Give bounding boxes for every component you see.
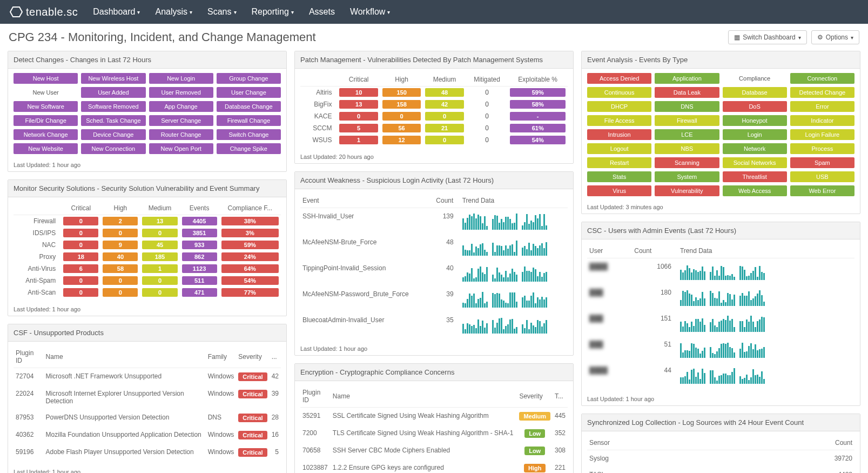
metric-cell[interactable]: 54% (221, 276, 279, 285)
change-pill[interactable]: User Removed (149, 87, 213, 98)
table-row[interactable]: 22024Microsoft Internet Explorer Unsuppo… (14, 385, 281, 409)
metric-cell[interactable]: 0 (63, 276, 98, 285)
event-type-pill[interactable]: Login (723, 129, 787, 140)
event-type-pill[interactable]: Scanning (655, 157, 719, 168)
event-type-pill[interactable]: Intrusion (587, 129, 651, 140)
metric-cell[interactable]: 24% (221, 252, 279, 261)
change-pill[interactable]: User Change (217, 87, 281, 98)
metric-cell[interactable]: 64% (221, 264, 279, 273)
metric-cell[interactable]: 0 (339, 112, 378, 121)
table-row[interactable]: 7200TLS Certificate Signed Using Weak Ha… (300, 425, 568, 442)
metric-cell[interactable]: 59% (510, 88, 566, 97)
event-type-pill[interactable]: Application (655, 73, 719, 84)
metric-cell[interactable]: 9 (103, 241, 138, 249)
event-type-pill[interactable]: Indicator (790, 115, 854, 126)
metric-cell[interactable]: 1123 (182, 264, 217, 273)
metric-cell[interactable]: 54% (510, 136, 566, 144)
metric-cell[interactable]: 1 (142, 264, 177, 273)
nav-item-workflow[interactable]: Workflow ▾ (350, 7, 391, 17)
metric-cell[interactable]: 0 (142, 229, 177, 237)
metric-cell[interactable]: 21 (425, 124, 463, 132)
change-pill[interactable]: Firewall Change (217, 115, 281, 126)
change-pill[interactable]: Database Change (217, 101, 281, 112)
metric-cell[interactable]: 0 (103, 229, 138, 237)
event-type-pill[interactable]: Access Denied (587, 73, 651, 84)
event-type-pill[interactable]: Detected Change (790, 87, 854, 98)
metric-cell[interactable]: 933 (182, 241, 217, 249)
nav-item-assets[interactable]: Assets (309, 7, 335, 17)
event-type-pill[interactable]: LCE (655, 129, 719, 140)
options-button[interactable]: ⚙ Options ▾ (811, 30, 859, 44)
switch-dashboard-button[interactable]: ▦ Switch Dashboard ▾ (728, 30, 806, 44)
table-row[interactable]: TASL4408 (587, 467, 854, 473)
metric-cell[interactable]: 12 (382, 136, 421, 144)
event-type-pill[interactable]: USB (790, 171, 854, 182)
metric-cell[interactable]: 0 (382, 112, 421, 121)
change-pill[interactable]: New Software (14, 101, 78, 112)
event-type-pill[interactable]: Virus (587, 185, 651, 196)
event-type-pill[interactable]: Connection (790, 73, 854, 84)
metric-cell[interactable]: 45 (142, 241, 177, 249)
metric-cell[interactable]: 10 (339, 88, 378, 97)
event-type-pill[interactable]: Web Error (790, 185, 854, 196)
table-row[interactable]: ████1066 (587, 258, 854, 285)
change-pill[interactable]: Change Spike (217, 143, 281, 154)
metric-cell[interactable]: 48 (425, 88, 463, 97)
change-pill[interactable]: New Login (149, 73, 213, 84)
metric-cell[interactable]: 58% (510, 100, 566, 109)
table-row[interactable]: ███180 (587, 284, 854, 310)
nav-item-dashboard[interactable]: Dashboard ▾ (93, 7, 140, 17)
metric-cell[interactable]: 0 (142, 288, 177, 297)
metric-cell[interactable]: 862 (182, 252, 217, 261)
event-type-pill[interactable]: NBS (655, 143, 719, 154)
table-row[interactable]: BluecoatAdmin-Invalid_User35 (300, 312, 568, 338)
metric-cell[interactable]: 0 (103, 288, 138, 297)
event-type-pill[interactable]: File Access (587, 115, 651, 126)
metric-cell[interactable]: 0 (63, 229, 98, 237)
change-pill[interactable]: User Added (81, 87, 145, 98)
event-type-pill[interactable]: Spam (790, 157, 854, 168)
metric-cell[interactable]: 40 (103, 252, 138, 261)
metric-cell[interactable]: 511 (182, 276, 217, 285)
event-type-pill[interactable]: Logout (587, 143, 651, 154)
table-row[interactable]: Syslog39720 (587, 450, 854, 467)
metric-cell[interactable]: 150 (382, 88, 421, 97)
metric-cell[interactable]: 5 (339, 124, 378, 132)
metric-cell[interactable]: 0 (425, 136, 463, 144)
table-row[interactable]: 40362Mozilla Foundation Unsupported Appl… (14, 427, 281, 444)
event-type-pill[interactable]: Restart (587, 157, 651, 168)
event-type-pill[interactable]: Web Access (723, 185, 787, 196)
change-pill[interactable]: Software Removed (81, 101, 145, 112)
event-type-pill[interactable]: Login Failure (790, 129, 854, 140)
change-pill[interactable]: App Change (149, 101, 213, 112)
metric-cell[interactable]: 18 (63, 252, 98, 261)
change-pill[interactable]: Group Change (217, 73, 281, 84)
event-type-pill[interactable]: DHCP (587, 101, 651, 112)
event-type-pill[interactable]: Honeypot (723, 115, 787, 126)
event-type-pill[interactable]: Continuous (587, 87, 651, 98)
change-pill[interactable]: New Wireless Host (81, 73, 145, 84)
table-row[interactable]: 10238871.2.2 Ensure GPG keys are configu… (300, 459, 568, 473)
change-pill[interactable]: New User (14, 87, 78, 98)
change-pill[interactable]: Device Change (81, 129, 145, 140)
metric-cell[interactable]: 0 (103, 276, 138, 285)
metric-cell[interactable]: 3% (221, 229, 279, 237)
event-type-pill[interactable]: Data Leak (655, 87, 719, 98)
table-row[interactable]: ███51 (587, 336, 854, 362)
event-type-pill[interactable]: Process (790, 143, 854, 154)
event-type-pill[interactable]: Vulnerability (655, 185, 719, 196)
brand-logo[interactable]: tenable.sc (10, 5, 78, 18)
event-type-pill[interactable]: Error (790, 101, 854, 112)
metric-cell[interactable]: 3851 (182, 229, 217, 237)
metric-cell[interactable]: 0 (63, 288, 98, 297)
metric-cell[interactable]: 4405 (182, 217, 217, 225)
metric-cell[interactable]: 13 (142, 217, 177, 225)
table-row[interactable]: 72704Microsoft .NET Framework Unsupporte… (14, 368, 281, 386)
metric-cell[interactable]: 471 (182, 288, 217, 297)
change-pill[interactable]: New Host (14, 73, 78, 84)
event-type-pill[interactable]: Stats (587, 171, 651, 182)
event-type-pill[interactable]: Network (723, 143, 787, 154)
event-type-pill[interactable]: System (655, 171, 719, 182)
table-row[interactable]: McAfeeNSM-Password_Brute_Force39 (300, 286, 568, 312)
change-pill[interactable]: Network Change (14, 129, 78, 140)
